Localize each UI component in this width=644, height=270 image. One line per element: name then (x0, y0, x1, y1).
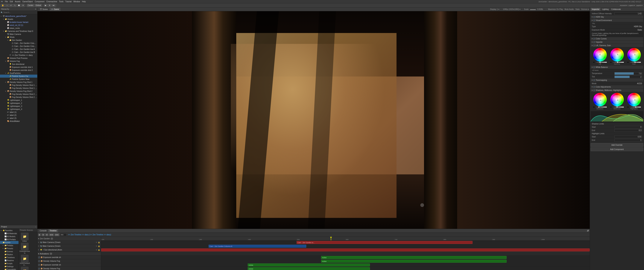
maximize-on-play-btn[interactable]: Maximize On Play (548, 8, 563, 10)
track-clip-cam2-col[interactable]: Cam - Zen Garden Columns B (208, 245, 306, 248)
act-clip-2a[interactable]: Active (321, 260, 507, 263)
hierarchy-item-density1[interactable]: ▾ 📦 Density Volume Fog Shot 1 (0, 81, 37, 84)
tl-frame-input[interactable] (60, 233, 67, 236)
tl-play-btn[interactable]: ▶ (38, 233, 41, 236)
hierarchy-item-artist[interactable]: 🎨 ArtestMaker (0, 120, 37, 123)
tl-track-lock-1[interactable]: 🔒 (98, 241, 100, 243)
mute-audio-btn[interactable]: Mute Audio (564, 8, 574, 10)
hierarchy-item-label2[interactable]: 🏷 label (2) (0, 114, 37, 117)
tl-track-toggle-1[interactable]: ✓ (38, 256, 40, 258)
highlights-bar-handle[interactable] (636, 106, 636, 108)
hierarchy-search-input[interactable] (3, 12, 36, 14)
smh-section[interactable]: ▾ ✓ Shadows, Midtones, Highlights (591, 89, 643, 92)
menu-edit[interactable]: Edit (10, 1, 13, 3)
add-override-btn[interactable]: Add Override (591, 143, 643, 147)
hierarchy-item-particle-near[interactable]: ✨ Particle System Near (0, 78, 37, 81)
lift-wheel-dot[interactable] (600, 54, 600, 55)
tonemapping-section[interactable]: ▾ ✓ Tonemapping (591, 79, 643, 82)
act-clip-1a[interactable]: Active (321, 256, 507, 259)
menu-assets[interactable]: Assets (15, 1, 20, 3)
project-tree-all-prefabs[interactable]: ⬜ All Prefabs (0, 238, 18, 241)
project-asset-item[interactable]: 📁 Materials (20, 267, 30, 270)
shadows-bar-handle[interactable] (598, 106, 599, 108)
hierarchy-item-assets[interactable]: ▾ 📁 Assets (0, 18, 37, 21)
project-asset-item[interactable]: 📁 HDRPDefaultR... (20, 255, 30, 266)
shadow-end-input[interactable] (614, 129, 642, 132)
project-tree-presets[interactable]: ▾ 📁 Presets (0, 247, 18, 250)
hierarchy-item-maincam[interactable]: 📷 Main Camera (0, 33, 37, 36)
project-tree-favorites[interactable]: ▾ ⭐ Favorites (0, 229, 18, 232)
tl-group-arrow[interactable]: ▾ (38, 237, 39, 240)
tl-track-toggle-4[interactable]: ✓ (38, 268, 40, 270)
track-clip-cam1-main[interactable]: Cam - Zen Garden w... (296, 241, 472, 244)
gamma-wheel-dot[interactable] (617, 54, 618, 55)
color-curves-toggle[interactable]: ✓ (593, 38, 595, 40)
project-tree-prefabs[interactable]: ▾ 📁 Prefabs (0, 244, 18, 247)
collaborate-tab[interactable]: Collaborate (610, 8, 622, 11)
tl-track-act4[interactable]: ✓ 📦 Density Volume Fog (38, 267, 101, 270)
hierarchy-item-fog2near[interactable]: 📦 Fog Density Volume Shot 2 Near (0, 96, 37, 99)
game-tab[interactable]: 🎮 Game (50, 8, 60, 11)
project-tree-timelines[interactable]: 📁 Timelines (0, 256, 18, 259)
timeline-collapse-btn[interactable]: 🗗 (587, 230, 589, 232)
hierarchy-item-volume-fog[interactable]: ▾ 📦 Volume Fog (0, 60, 37, 63)
color-adj-toggle[interactable]: ✓ (593, 86, 595, 88)
hierarchy-item-zengarden[interactable]: ▾ 📁 Zen Garden (0, 39, 37, 42)
timeline-tracks-area[interactable]: 100 200 300 400 500 600 700 800 900 1000 (101, 237, 590, 270)
hierarchy-item-fog1near[interactable]: 📦 Fog Density Volume Shot 1 Near (0, 87, 37, 90)
hierarchy-menu-icon[interactable]: ≡ (35, 8, 36, 10)
hierarchy-item-fog1far[interactable]: 📦 Fog Density Volume Shot 1 Far (0, 84, 37, 87)
midtones-bar-handle[interactable] (617, 106, 618, 108)
gain-wheel-dot[interactable] (634, 54, 636, 55)
hierarchy-item-ls3[interactable]: 💡 Lightstopper_3 (0, 105, 37, 108)
project-tree-all-models[interactable]: ⬜ All Models (0, 235, 18, 238)
gain-bar-handle[interactable] (635, 62, 636, 63)
hierarchy-item-vend[interactable]: 🎲 vend_col_02 (1) (0, 24, 37, 27)
hierarchy-item-exp1[interactable]: 📦 Exposure override shot 1 (0, 66, 37, 69)
hierarchy-item-exp2[interactable]: 📦 Exposure override shot 2 (0, 69, 37, 72)
menu-window[interactable]: Window (74, 1, 80, 3)
gain-color-wheel[interactable] (627, 48, 641, 62)
tl-prev-btn[interactable]: ⏮ (42, 233, 45, 236)
gamma-bar[interactable] (610, 62, 624, 63)
hierarchy-item-cam-col-a[interactable]: 🎥 Cam - Zen Garden Columns A (0, 42, 37, 45)
menu-file[interactable]: File (5, 1, 8, 3)
smh-toggle[interactable]: ✓ (593, 89, 595, 91)
move-tool[interactable]: ↔ (5, 4, 9, 7)
visual-env-toggle[interactable]: ✓ (593, 20, 595, 21)
midtones-bar[interactable] (610, 107, 624, 107)
hierarchy-item-cameras[interactable]: ▾ 📁 Cameras and Timelines Sept 9 (0, 30, 37, 33)
hierarchy-item-fog2far[interactable]: 📦 Fog Density Volume Shot 2 Far (0, 93, 37, 96)
hierarchy-item-cam-col-b[interactable]: 🎥 Cam - Zen Garden Columns B (0, 45, 37, 48)
shadows-color-wheel[interactable] (593, 93, 607, 106)
center-pivot[interactable]: Center (27, 4, 34, 7)
menu-tutorial[interactable]: Tutorial (65, 1, 72, 3)
tl-track-act1[interactable]: ✓ 📦 Exposure override sh (38, 255, 101, 259)
tl-next-btn[interactable]: ⏭ (45, 233, 48, 236)
temperature-slider[interactable]: 7.8 (614, 72, 642, 75)
color-adj-section[interactable]: ▾ ✓ Color Adjustments (591, 85, 643, 89)
rotate-tool[interactable]: ↩ (9, 4, 13, 7)
midtones-wheel-dot[interactable] (617, 100, 618, 101)
pause-button[interactable]: ⏸ (48, 4, 52, 7)
timeline-playhead[interactable] (331, 237, 331, 240)
shadow-start-input[interactable] (614, 126, 642, 128)
vignette-section[interactable]: ▾ ✓ Vignette (591, 41, 643, 44)
hierarchy-item-sun[interactable]: 💡 Sun directional (0, 63, 37, 66)
hierarchy-item-label1[interactable]: 🏷 label (1) (0, 111, 37, 114)
hierarchy-item-cam-low-a[interactable]: 🎥 Cam - Zen Garden low A (0, 48, 37, 51)
hierarchy-item-particle-far[interactable]: ✨ Particle System Far (0, 75, 37, 78)
color-curves-section[interactable]: ▾ ✓ Color Curves (591, 37, 643, 41)
display-label[interactable]: Display 1 ▾ (490, 8, 499, 10)
project-tree-assets[interactable]: ▾ 📁 Assets (0, 241, 18, 244)
hierarchy-item-dustparticles[interactable]: ▾ ✨ DustParticles (0, 72, 37, 75)
lift-color-wheel[interactable] (593, 48, 607, 62)
resolution-label[interactable]: 1080p (1920x1080) ▾ (503, 8, 521, 10)
tl-track-eye-3[interactable]: 👁 (96, 249, 98, 251)
timeline-tab[interactable]: Timeline (48, 229, 58, 232)
lift-bar-handle[interactable] (600, 62, 600, 63)
hierarchy-item-ls2[interactable]: 💡 Lightstopper_2 (0, 102, 37, 105)
tl-track-act3[interactable]: ✓ 📦 Exposure override sh (38, 263, 101, 267)
scale-tool[interactable]: ⤡ (13, 4, 16, 7)
tl-start-btn[interactable]: ⏮⏮ (49, 233, 54, 236)
